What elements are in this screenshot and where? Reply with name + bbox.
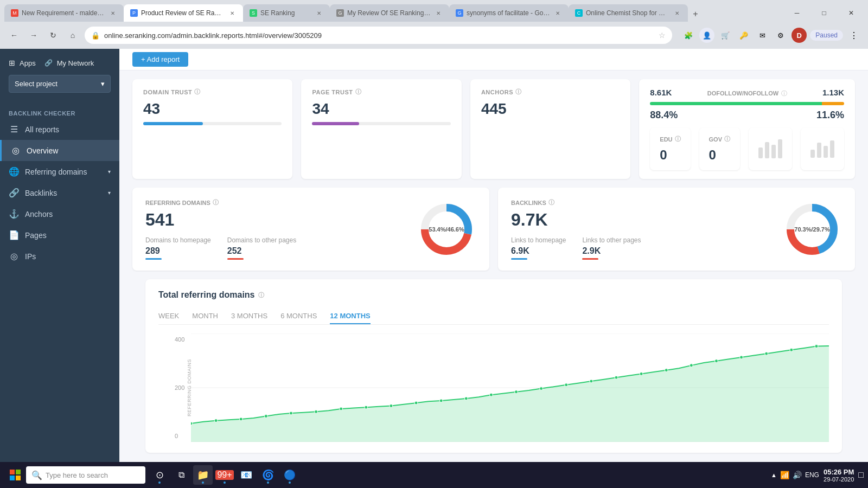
anchors-label: ANCHORS ⓘ: [481, 88, 620, 96]
dofollow-label: DOFOLLOW/NOFOLLOW: [707, 90, 778, 97]
sidebar-item-pages[interactable]: 📄 Pages: [0, 224, 119, 246]
page-trust-card: PAGE TRUST ⓘ 34: [301, 79, 461, 179]
preview-bar-5: [810, 150, 815, 158]
sidebar-item-overview[interactable]: ◎ Overview: [0, 140, 119, 161]
dofollow-pct-row: 88.4% 11.6%: [650, 110, 844, 121]
star-icon[interactable]: ☆: [659, 31, 666, 40]
anchors-info-icon[interactable]: ⓘ: [515, 88, 522, 96]
big-stats-row: REFERRING DOMAINS ⓘ 541 Domains to homep…: [132, 188, 855, 271]
dofollow-info-icon[interactable]: ⓘ: [781, 90, 787, 97]
tab-favicon-2: P: [130, 9, 138, 17]
preview-bar-1: [758, 147, 763, 158]
taskbar-app-mail[interactable]: 📧: [237, 465, 256, 485]
taskbar-clock[interactable]: 05:26 PM 29-07-2020: [824, 468, 854, 483]
sidebar-item-backlinks[interactable]: 🔗 Backlinks ▾: [0, 182, 119, 203]
taskbar-app-cortana[interactable]: ⊙: [150, 465, 169, 485]
tab-close-4[interactable]: ✕: [434, 9, 443, 17]
taskbar-app-task-view[interactable]: ⧉: [171, 465, 191, 485]
taskbar-search-bar[interactable]: 🔍 Type here to search: [26, 466, 145, 484]
show-desktop-button[interactable]: □: [858, 470, 864, 480]
tab-title-3: SE Ranking: [260, 9, 311, 17]
browser-tab-2[interactable]: P Product Review of SE Rankin... ✕: [124, 4, 243, 22]
chart-tab-12months[interactable]: 12 MONTHS: [330, 309, 370, 324]
minimize-button[interactable]: ─: [784, 4, 809, 22]
backlinks-left: BACKLINKS ⓘ 9.7K Links to homepage 6.9K: [511, 198, 771, 260]
menu-icon[interactable]: ⋮: [846, 28, 861, 43]
sidebar-item-anchors[interactable]: ⚓ Anchors: [0, 203, 119, 224]
shopping-icon[interactable]: 🛒: [718, 28, 733, 43]
up-arrow-icon[interactable]: ▲: [771, 472, 777, 478]
chart-info-icon[interactable]: ⓘ: [258, 291, 264, 299]
preview-placeholder-1: [758, 139, 782, 158]
sidebar: ⊞ Apps 🔗 My Network Select project ▾ BAC…: [0, 49, 119, 488]
close-button[interactable]: ✕: [839, 4, 864, 22]
forward-button[interactable]: →: [26, 28, 41, 43]
y-label-0: 0: [175, 433, 184, 439]
settings-icon[interactable]: ⚙: [773, 28, 788, 43]
taskbar-app-badge[interactable]: 99+: [215, 465, 234, 485]
browser-tab-1[interactable]: M New Requirement - maldedi... ✕: [4, 4, 124, 22]
sidebar-label-anchors: Anchors: [25, 210, 53, 219]
svg-point-32: [765, 352, 768, 355]
gmail-icon[interactable]: ✉: [755, 28, 770, 43]
browser-tab-5[interactable]: G synonyms of facilitate - Goo... ✕: [449, 4, 569, 22]
address-bar[interactable]: 🔒 online.seranking.com/admin.backlink.re…: [85, 27, 672, 44]
taskbar-app-explorer[interactable]: 📁: [193, 465, 213, 485]
referring-info-icon[interactable]: ⓘ: [213, 198, 219, 207]
chevron-down-icon: ▾: [101, 80, 105, 88]
sidebar-bookmarks[interactable]: ⊞ Apps 🔗 My Network: [9, 55, 111, 70]
back-button[interactable]: ←: [7, 28, 22, 43]
tab-close-1[interactable]: ✕: [108, 9, 117, 17]
edu-info-icon[interactable]: ⓘ: [675, 135, 681, 143]
taskbar-app-chrome[interactable]: 🔵: [280, 465, 299, 485]
toolbar-icons: 🧩 👤 🛒 🔑 ✉ ⚙ D Paused ⋮: [681, 28, 861, 43]
browser-tab-6[interactable]: C Online Chemist Shop for He... ✕: [569, 4, 688, 22]
maximize-button[interactable]: □: [812, 4, 837, 22]
chart-tab-3months[interactable]: 3 MONTHS: [231, 309, 267, 324]
paused-button[interactable]: Paused: [810, 30, 843, 41]
sidebar-item-ips[interactable]: ◎ IPs: [0, 246, 119, 267]
profile-button[interactable]: D: [792, 28, 807, 43]
svg-point-24: [565, 383, 568, 387]
tab-close-6[interactable]: ✕: [673, 9, 681, 17]
speaker-icon[interactable]: 🔊: [793, 471, 802, 479]
mail-icon: 📧: [240, 469, 252, 481]
search-icon: 🔍: [31, 470, 42, 480]
chart-tab-week[interactable]: WEEK: [158, 309, 179, 324]
chart-tab-month[interactable]: MONTH: [192, 309, 218, 324]
chart-tab-6months[interactable]: 6 MONTHS: [280, 309, 317, 324]
svg-point-21: [489, 393, 493, 396]
user-icon[interactable]: 👤: [699, 28, 714, 43]
backlinks-sub2-value: 2.9K: [582, 246, 641, 256]
referring-sub1: Domains to homepage 289: [145, 236, 211, 260]
sidebar-item-all-reports[interactable]: ☰ All reports: [0, 119, 119, 140]
wifi-icon[interactable]: 📶: [780, 471, 789, 479]
password-icon[interactable]: 🔑: [736, 28, 751, 43]
start-button[interactable]: [4, 464, 26, 486]
dofollow-left-value: 8.61K: [650, 88, 672, 98]
overview-icon: ◎: [10, 145, 21, 156]
backlinks-info-icon[interactable]: ⓘ: [548, 198, 554, 207]
tab-close-3[interactable]: ✕: [315, 9, 323, 17]
project-selector[interactable]: Select project ▾: [9, 75, 111, 93]
taskbar-date: 29-07-2020: [824, 476, 854, 483]
referring-sub2-bar: [227, 258, 244, 260]
new-tab-button[interactable]: +: [688, 7, 703, 22]
add-report-button[interactable]: + Add report: [132, 52, 188, 67]
home-button[interactable]: ⌂: [65, 28, 80, 43]
taskbar-app-edge[interactable]: 🌀: [258, 465, 278, 485]
backlinks-sub1: Links to homepage 6.9K: [511, 236, 566, 260]
browser-tab-4[interactable]: G My Review Of SE Ranking - S... ✕: [330, 4, 449, 22]
url-text: online.seranking.com/admin.backlink.repo…: [104, 31, 654, 40]
tab-close-2[interactable]: ✕: [228, 9, 237, 17]
reload-button[interactable]: ↻: [46, 28, 61, 43]
domain-trust-info-icon[interactable]: ⓘ: [194, 88, 201, 96]
domain-trust-bar: [143, 122, 282, 125]
tab-close-5[interactable]: ✕: [553, 9, 562, 17]
sidebar-item-referring-domains[interactable]: 🌐 Referring domains ▾: [0, 161, 119, 182]
page-trust-info-icon[interactable]: ⓘ: [355, 88, 362, 96]
extensions-icon[interactable]: 🧩: [681, 28, 696, 43]
gov-info-icon[interactable]: ⓘ: [724, 135, 730, 143]
edge-icon: 🌀: [262, 469, 274, 481]
browser-tab-3[interactable]: S SE Ranking ✕: [243, 4, 330, 22]
